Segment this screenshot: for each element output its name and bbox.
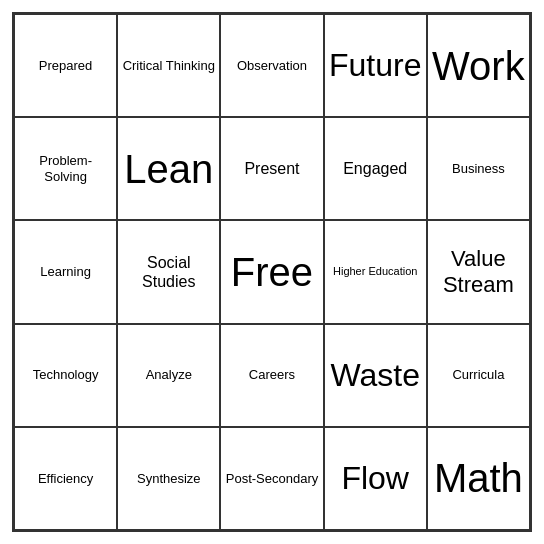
cell-text-5: Problem-Solving <box>19 153 112 184</box>
bingo-cell-19: Curricula <box>427 324 530 427</box>
bingo-cell-8: Engaged <box>324 117 427 220</box>
bingo-cell-1: Critical Thinking <box>117 14 220 117</box>
cell-text-4: Work <box>432 42 525 90</box>
cell-text-7: Present <box>244 159 299 178</box>
bingo-cell-22: Post-Secondary <box>220 427 323 530</box>
bingo-cell-16: Analyze <box>117 324 220 427</box>
cell-text-20: Efficiency <box>38 471 93 487</box>
bingo-cell-3: Future <box>324 14 427 117</box>
bingo-cell-0: Prepared <box>14 14 117 117</box>
cell-text-2: Observation <box>237 58 307 74</box>
bingo-cell-14: Value Stream <box>427 220 530 323</box>
bingo-cell-24: Math <box>427 427 530 530</box>
bingo-cell-6: Lean <box>117 117 220 220</box>
cell-text-8: Engaged <box>343 159 407 178</box>
cell-text-13: Higher Education <box>333 265 417 278</box>
cell-text-19: Curricula <box>452 367 504 383</box>
bingo-board: PreparedCritical ThinkingObservationFutu… <box>12 12 532 532</box>
bingo-cell-21: Synthesize <box>117 427 220 530</box>
cell-text-12: Free <box>231 248 313 296</box>
bingo-cell-13: Higher Education <box>324 220 427 323</box>
cell-text-21: Synthesize <box>137 471 201 487</box>
cell-text-22: Post-Secondary <box>226 471 319 487</box>
bingo-cell-15: Technology <box>14 324 117 427</box>
cell-text-10: Learning <box>40 264 91 280</box>
bingo-cell-2: Observation <box>220 14 323 117</box>
cell-text-3: Future <box>329 46 421 84</box>
cell-text-11: Social Studies <box>122 253 215 291</box>
bingo-cell-4: Work <box>427 14 530 117</box>
cell-text-9: Business <box>452 161 505 177</box>
bingo-cell-9: Business <box>427 117 530 220</box>
cell-text-6: Lean <box>124 145 213 193</box>
cell-text-15: Technology <box>33 367 99 383</box>
cell-text-1: Critical Thinking <box>123 58 215 74</box>
bingo-cell-12: Free <box>220 220 323 323</box>
bingo-cell-18: Waste <box>324 324 427 427</box>
bingo-cell-23: Flow <box>324 427 427 530</box>
bingo-cell-20: Efficiency <box>14 427 117 530</box>
bingo-cell-17: Careers <box>220 324 323 427</box>
bingo-cell-7: Present <box>220 117 323 220</box>
cell-text-0: Prepared <box>39 58 92 74</box>
bingo-cell-10: Learning <box>14 220 117 323</box>
cell-text-24: Math <box>434 454 523 502</box>
cell-text-17: Careers <box>249 367 295 383</box>
cell-text-18: Waste <box>330 356 420 394</box>
cell-text-16: Analyze <box>146 367 192 383</box>
bingo-cell-11: Social Studies <box>117 220 220 323</box>
bingo-cell-5: Problem-Solving <box>14 117 117 220</box>
cell-text-23: Flow <box>341 459 409 497</box>
cell-text-14: Value Stream <box>432 246 525 299</box>
